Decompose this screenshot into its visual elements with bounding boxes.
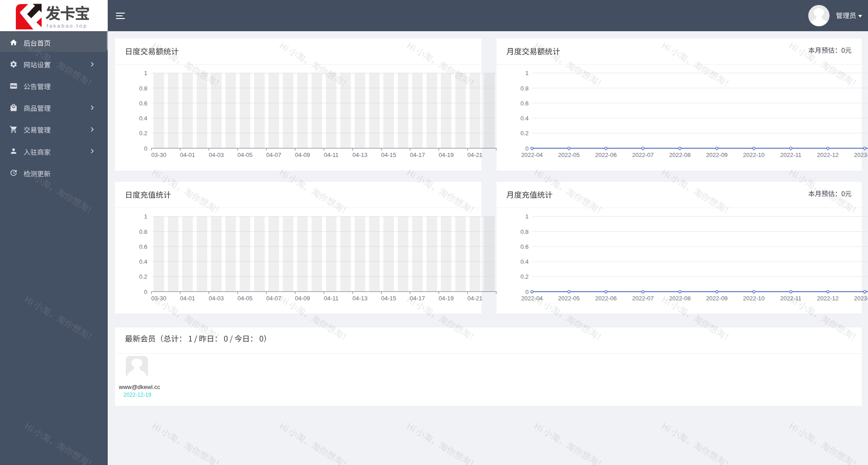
svg-text:0.2: 0.2 (520, 273, 529, 280)
svg-text:04-19: 04-19 (439, 152, 453, 158)
svg-text:04-21: 04-21 (467, 152, 482, 158)
svg-text:0.8: 0.8 (139, 85, 147, 92)
svg-text:04-01: 04-01 (180, 152, 195, 158)
svg-text:0.6: 0.6 (139, 100, 147, 107)
svg-text:04-11: 04-11 (324, 152, 338, 158)
svg-text:04-15: 04-15 (381, 152, 396, 158)
svg-text:04-15: 04-15 (381, 295, 396, 302)
svg-text:2022-12: 2022-12 (817, 295, 839, 302)
svg-text:0.2: 0.2 (139, 130, 147, 137)
svg-text:0.2: 0.2 (520, 130, 529, 137)
svg-text:2022-09: 2022-09 (706, 295, 728, 302)
svg-text:04-19: 04-19 (439, 295, 453, 302)
svg-text:04-13: 04-13 (352, 295, 367, 302)
svg-text:2022-11: 2022-11 (780, 152, 801, 158)
svg-text:2022-10: 2022-10 (743, 295, 765, 302)
svg-text:2023-01: 2023-01 (854, 152, 868, 158)
svg-text:2022-05: 2022-05 (558, 295, 580, 302)
svg-text:04-13: 04-13 (352, 152, 367, 158)
svg-text:0.8: 0.8 (139, 228, 147, 235)
svg-text:2022-04: 2022-04 (521, 295, 543, 302)
svg-text:04-09: 04-09 (295, 295, 310, 302)
svg-text:0.6: 0.6 (520, 243, 529, 250)
svg-text:1: 1 (525, 70, 529, 76)
svg-text:04-05: 04-05 (237, 295, 252, 302)
svg-text:0: 0 (144, 289, 147, 295)
svg-text:04-17: 04-17 (410, 295, 424, 302)
svg-text:0.4: 0.4 (520, 258, 529, 265)
svg-text:0.4: 0.4 (139, 115, 147, 122)
svg-text:04-03: 04-03 (209, 152, 224, 158)
svg-text:2023-01: 2023-01 (854, 295, 868, 302)
svg-text:0: 0 (525, 145, 529, 152)
svg-text:0.6: 0.6 (520, 100, 529, 107)
svg-text:1: 1 (144, 70, 147, 76)
svg-text:0.4: 0.4 (520, 115, 529, 122)
svg-text:04-11: 04-11 (324, 295, 338, 302)
svg-text:03-30: 03-30 (151, 295, 166, 302)
svg-text:2022-08: 2022-08 (669, 295, 691, 302)
svg-text:04-01: 04-01 (180, 295, 195, 302)
svg-text:0: 0 (525, 289, 529, 295)
svg-text:04-05: 04-05 (237, 152, 252, 158)
svg-text:2022-07: 2022-07 (632, 152, 654, 158)
svg-text:0.8: 0.8 (520, 228, 529, 235)
svg-text:2022-06: 2022-06 (595, 152, 617, 158)
svg-text:2022-04: 2022-04 (521, 152, 543, 158)
svg-text:2022-07: 2022-07 (632, 295, 654, 302)
svg-text:0.4: 0.4 (139, 258, 147, 265)
svg-text:0: 0 (144, 145, 147, 152)
svg-text:0.6: 0.6 (139, 243, 147, 250)
svg-text:04-07: 04-07 (266, 152, 281, 158)
svg-text:04-17: 04-17 (410, 152, 424, 158)
svg-text:2022-11: 2022-11 (780, 295, 801, 302)
svg-text:2022-05: 2022-05 (558, 152, 580, 158)
svg-text:03-30: 03-30 (151, 152, 166, 158)
svg-text:04-03: 04-03 (209, 295, 224, 302)
svg-text:0.8: 0.8 (520, 85, 529, 92)
svg-text:2022-08: 2022-08 (669, 152, 691, 158)
svg-text:1: 1 (525, 213, 529, 220)
svg-text:2022-10: 2022-10 (743, 152, 765, 158)
svg-text:2022-06: 2022-06 (595, 295, 617, 302)
svg-text:04-07: 04-07 (266, 295, 281, 302)
svg-text:04-09: 04-09 (295, 152, 310, 158)
svg-text:2022-09: 2022-09 (706, 152, 728, 158)
svg-text:04-21: 04-21 (467, 295, 482, 302)
svg-text:0.2: 0.2 (139, 273, 147, 280)
svg-text:2022-12: 2022-12 (817, 152, 839, 158)
svg-text:1: 1 (144, 213, 147, 220)
